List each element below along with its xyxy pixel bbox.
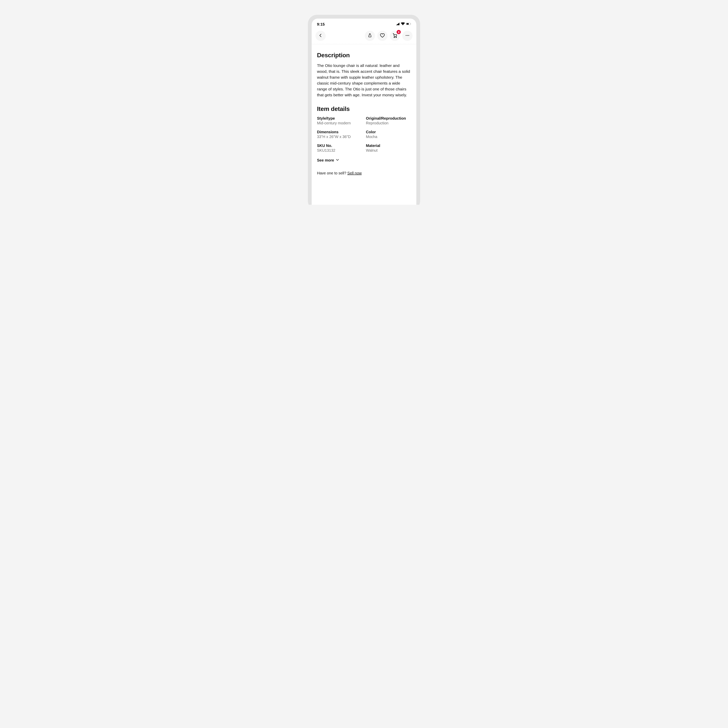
detail-label: SKU No. (317, 144, 362, 148)
chevron-down-icon (336, 158, 340, 163)
share-icon (368, 33, 372, 38)
detail-material: Material Walnut (366, 144, 411, 153)
wifi-icon (401, 22, 405, 26)
detail-color: Color Mocha (366, 130, 411, 139)
detail-label: Original/Reproduction (366, 116, 411, 121)
see-more-label: See more (317, 158, 334, 162)
status-icons (396, 22, 411, 26)
sell-now-link[interactable]: Sell now (347, 171, 362, 175)
detail-dimensions: Dimensions 33"H x 26"W x 36"D (317, 130, 362, 139)
chevron-left-icon (318, 34, 323, 38)
svg-point-6 (407, 35, 408, 36)
sell-row: Have one to sell? Sell now (317, 171, 411, 175)
detail-label: Color (366, 130, 411, 134)
detail-label: Material (366, 144, 411, 148)
sell-prompt: Have one to sell? (317, 171, 347, 175)
screen: 9:15 (312, 18, 416, 205)
see-more-button[interactable]: See more (317, 158, 340, 163)
detail-value: SKU13132 (317, 148, 362, 153)
detail-original-reproduction: Original/Reproduction Reproduction (366, 116, 411, 125)
description-body: The Otio lounge chair is all natural: le… (317, 63, 411, 98)
phone-frame: 9:15 (308, 15, 420, 205)
description-heading: Description (317, 52, 411, 59)
battery-icon (406, 23, 411, 26)
detail-value: 33"H x 26"W x 36"D (317, 135, 362, 139)
detail-value: Mocha (366, 135, 411, 139)
cart-button[interactable]: 9 (390, 31, 400, 41)
cellular-icon (396, 22, 400, 26)
details-grid: Style/type Mid-century modern Original/R… (317, 116, 411, 153)
svg-point-7 (408, 35, 409, 36)
detail-value: Walnut (366, 148, 411, 153)
detail-value: Mid-century modern (317, 121, 362, 125)
status-bar: 9:15 (312, 20, 416, 28)
item-details-heading: Item details (317, 106, 411, 112)
detail-style-type: Style/type Mid-century modern (317, 116, 362, 125)
more-button[interactable] (402, 31, 413, 41)
header: 9 (312, 28, 416, 44)
svg-point-5 (406, 35, 407, 36)
detail-sku: SKU No. SKU13132 (317, 144, 362, 153)
svg-point-4 (396, 37, 396, 38)
detail-label: Style/type (317, 116, 362, 121)
share-button[interactable] (365, 31, 375, 41)
status-time: 9:15 (317, 22, 325, 26)
content: Description The Otio lounge chair is all… (312, 44, 416, 175)
svg-rect-2 (410, 23, 411, 24)
heart-icon (380, 33, 385, 38)
more-horizontal-icon (405, 33, 410, 38)
cart-badge: 9 (397, 30, 401, 34)
svg-point-3 (394, 37, 395, 38)
back-button[interactable] (315, 31, 326, 41)
favorite-button[interactable] (377, 31, 387, 41)
detail-value: Reproduction (366, 121, 411, 125)
svg-rect-1 (407, 23, 409, 24)
detail-label: Dimensions (317, 130, 362, 134)
cart-icon (392, 33, 398, 39)
